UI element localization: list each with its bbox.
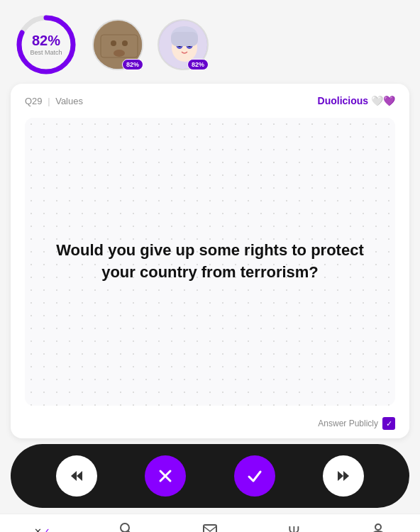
svg-marker-20 <box>343 471 349 481</box>
avatar-2[interactable]: 82% <box>158 19 209 70</box>
rewind-icon <box>68 467 85 484</box>
svg-marker-15 <box>71 471 77 481</box>
avatar-2-badge: 82% <box>187 59 209 70</box>
nav-item-search[interactable]: Search <box>105 521 148 532</box>
match-name[interactable]: Duolicious 🤍💜 <box>318 95 395 106</box>
nav-item-profile[interactable]: Profile <box>357 521 399 532</box>
qna-icon: ✕ ✓ <box>34 526 50 533</box>
main-card: Q29 | Values Duolicious 🤍💜 Would you giv… <box>11 84 409 438</box>
check-icon <box>247 468 262 484</box>
match-ring: 82% Best Match <box>14 13 78 77</box>
inbox-icon <box>202 521 218 532</box>
svg-point-5 <box>114 50 125 57</box>
skip-button[interactable] <box>323 455 364 497</box>
profile-icon <box>370 521 386 532</box>
fast-forward-icon <box>335 467 352 484</box>
back-button[interactable] <box>56 455 97 497</box>
question-number: Q29 <box>25 96 43 106</box>
top-section: 82% Best Match 82% <box>0 0 420 84</box>
ring-text: 82% Best Match <box>30 33 62 57</box>
svg-marker-19 <box>338 471 343 481</box>
traits-icon: Ψ <box>288 523 300 533</box>
avatar-1[interactable]: 82% <box>92 19 143 70</box>
action-bar <box>11 444 409 508</box>
nav-item-traits[interactable]: Ψ Traits <box>272 523 315 533</box>
svg-point-3 <box>111 40 116 46</box>
svg-point-4 <box>122 40 128 46</box>
search-icon <box>118 521 134 532</box>
ring-label: Best Match <box>30 49 62 57</box>
card-header: Q29 | Values Duolicious 🤍💜 <box>25 95 395 106</box>
avatar-1-badge: 82% <box>122 59 143 70</box>
yes-button[interactable] <box>234 455 275 497</box>
nav-item-qna[interactable]: ✕ ✓ Q&A <box>21 526 63 533</box>
nav-bar: ✕ ✓ Q&A Search Inbox Ψ Traits <box>0 514 420 532</box>
nav-item-inbox[interactable]: Inbox <box>189 521 231 532</box>
question-meta: Q29 | Values <box>25 96 83 106</box>
answer-publicly-checkbox[interactable]: ✓ <box>382 417 395 430</box>
svg-point-24 <box>375 524 381 530</box>
question-text: Would you give up some rights to protect… <box>46 240 374 284</box>
heart-icon: 🤍💜 <box>371 95 395 106</box>
answer-publicly-label: Answer Publicly <box>318 419 378 428</box>
svg-rect-14 <box>171 32 198 46</box>
ring-percent: 82% <box>30 33 62 49</box>
question-category: Values <box>55 96 83 106</box>
card-footer: Answer Publicly ✓ <box>25 417 395 430</box>
question-card-body: Would you give up some rights to protect… <box>25 118 395 406</box>
svg-marker-16 <box>77 471 82 481</box>
x-icon <box>158 468 173 484</box>
no-button[interactable] <box>145 455 186 497</box>
